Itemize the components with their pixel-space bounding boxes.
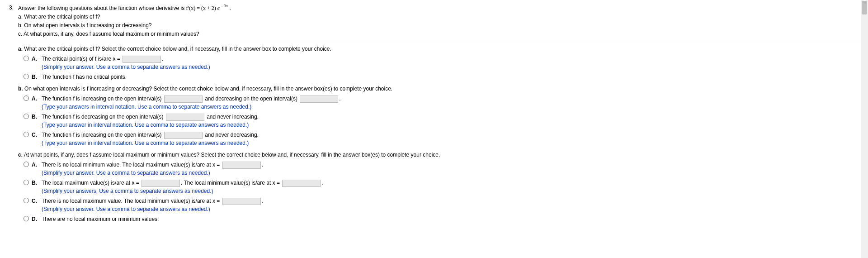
choice-label-a: A. xyxy=(32,95,38,103)
pb-a-t1: The function f is increasing on the open… xyxy=(42,96,163,102)
choice-content: There are no local maximum or minimum va… xyxy=(42,215,861,223)
question-stem: Answer the following questions about the… xyxy=(18,4,861,38)
answer-input[interactable] xyxy=(123,56,161,63)
choice-content: There is no local maximum value. The loc… xyxy=(42,197,861,213)
choice-content: The local maximum value(s) is/are at x =… xyxy=(42,179,861,195)
part-b-choice-b[interactable]: B. The function f is decreasing on the o… xyxy=(18,113,861,129)
stem-intro: Answer the following questions about the… xyxy=(18,4,861,12)
part-a-prompt: a. What are the critical points of f? Se… xyxy=(18,45,861,53)
answer-input[interactable] xyxy=(222,162,261,169)
answer-input[interactable] xyxy=(164,96,203,103)
part-c-text: At what points, if any, does f assume lo… xyxy=(23,152,440,158)
pb-a-t3: . xyxy=(339,96,340,102)
choice-content: The critical point(s) of f is/are x = . … xyxy=(42,55,861,71)
hint: (Type your answers in interval notation.… xyxy=(42,103,861,111)
pc-a-t1: There is no local minimum value. The loc… xyxy=(42,162,222,168)
pc-c-t1: There is no local maximum value. The loc… xyxy=(42,198,222,204)
formula-exponent: − 3x xyxy=(220,4,228,8)
hint: (Simplify your answer. Use a comma to se… xyxy=(42,63,861,71)
choice-content: The function f is increasing on the open… xyxy=(42,131,861,147)
part-b-prefix: b. xyxy=(18,86,23,92)
stem-b: b. On what open intervals is f increasin… xyxy=(18,21,861,29)
pc-a-t2: . xyxy=(262,162,263,168)
part-b-prompt: b. On what open intervals is f increasin… xyxy=(18,85,861,93)
part-a-prefix: a. xyxy=(18,46,23,52)
hint: (Simplify your answer. Use a comma to se… xyxy=(42,169,861,177)
pc-d-text: There are no local maximum or minimum va… xyxy=(42,216,159,222)
radio-icon[interactable] xyxy=(24,96,29,101)
pb-b-t2: and never increasing. xyxy=(205,114,259,120)
choice-label-a: A. xyxy=(32,55,38,63)
choice-label-a: A. xyxy=(32,161,38,169)
answer-input[interactable] xyxy=(164,132,203,139)
part-b-choice-a[interactable]: A. The function f is increasing on the o… xyxy=(18,95,861,111)
radio-icon[interactable] xyxy=(24,162,29,167)
stem-a: a. What are the critical points of f? xyxy=(18,13,861,21)
question-number: 3. xyxy=(7,4,14,224)
part-c-choice-a[interactable]: A. There is no local minimum value. The … xyxy=(18,161,861,177)
scrollbar[interactable] xyxy=(861,0,868,228)
hint: (Simplify your answer. Use a comma to se… xyxy=(42,205,861,213)
choice-label-c: C. xyxy=(32,197,38,205)
radio-icon[interactable] xyxy=(24,114,29,119)
part-b-choice-c[interactable]: C. The function f is increasing on the o… xyxy=(18,131,861,147)
choice-content: The function f has no critical points. xyxy=(42,73,861,81)
pb-b-t1: The function f is decreasing on the open… xyxy=(42,114,165,120)
choice-content: The function f is decreasing on the open… xyxy=(42,113,861,129)
choice-label-c: C. xyxy=(32,131,38,139)
formula-prefix: f′(x) = (x + 2) xyxy=(186,5,217,11)
radio-icon[interactable] xyxy=(24,132,29,137)
pa-a-t1: The critical point(s) of f is/are x = xyxy=(42,56,122,62)
part-c-prefix: c. xyxy=(18,152,23,158)
answer-input[interactable] xyxy=(222,198,261,205)
part-a-choice-b[interactable]: B. The function f has no critical points… xyxy=(18,73,861,81)
part-c-choice-b[interactable]: B. The local maximum value(s) is/are at … xyxy=(18,179,861,195)
hint: (Simplify your answers. Use a comma to s… xyxy=(42,187,861,195)
hint: (Type your answer in interval notation. … xyxy=(42,121,861,129)
choice-label-b: B. xyxy=(32,113,38,121)
choice-label-b: B. xyxy=(32,73,38,81)
part-c-choice-c[interactable]: C. There is no local maximum value. The … xyxy=(18,197,861,213)
part-c-prompt: c. At what points, if any, does f assume… xyxy=(18,151,861,159)
pa-a-t2: . xyxy=(162,56,163,62)
radio-icon[interactable] xyxy=(24,216,29,221)
radio-icon[interactable] xyxy=(24,74,29,79)
stem-intro-text: Answer the following questions about the… xyxy=(18,5,186,11)
divider xyxy=(18,41,861,41)
question-block: 3. Answer the following questions about … xyxy=(7,4,861,224)
choice-label-d: D. xyxy=(32,215,38,223)
radio-icon[interactable] xyxy=(24,180,29,185)
choice-label-b: B. xyxy=(32,179,38,187)
stem-c: c. At what points, if any, does f assume… xyxy=(18,30,861,38)
question-body: Answer the following questions about the… xyxy=(18,4,861,224)
choice-content: There is no local minimum value. The loc… xyxy=(42,161,861,177)
choice-content: The function f is increasing on the open… xyxy=(42,95,861,111)
pc-c-t2: . xyxy=(262,198,263,204)
part-a-choice-a[interactable]: A. The critical point(s) of f is/are x =… xyxy=(18,55,861,71)
formula: f′(x) = (x + 2) e − 3x xyxy=(186,5,230,11)
pc-b-t2: . The local minimum value(s) is/are at x… xyxy=(181,180,281,186)
pc-b-t1: The local maximum value(s) is/are at x = xyxy=(42,180,141,186)
answer-input[interactable] xyxy=(142,180,180,187)
hint: (Type your answer in interval notation. … xyxy=(42,139,861,147)
part-c-choice-d[interactable]: D. There are no local maximum or minimum… xyxy=(18,215,861,223)
answer-input[interactable] xyxy=(166,114,204,121)
pa-b-text: The function f has no critical points. xyxy=(42,74,127,80)
stem-period: . xyxy=(230,5,231,11)
pb-c-t2: and never decreasing. xyxy=(203,132,259,138)
radio-icon[interactable] xyxy=(24,198,29,203)
answer-input[interactable] xyxy=(282,180,321,187)
pb-a-t2: and decreasing on the open interval(s) xyxy=(203,96,299,102)
pc-b-t3: . xyxy=(321,180,323,186)
part-b-text: On what open intervals is f increasing o… xyxy=(23,86,393,92)
pb-c-t1: The function f is increasing on the open… xyxy=(42,132,163,138)
radio-icon[interactable] xyxy=(24,56,29,61)
answer-input[interactable] xyxy=(300,96,338,103)
scrollbar-thumb[interactable] xyxy=(862,1,867,14)
part-a-text: What are the critical points of f? Selec… xyxy=(23,46,331,52)
